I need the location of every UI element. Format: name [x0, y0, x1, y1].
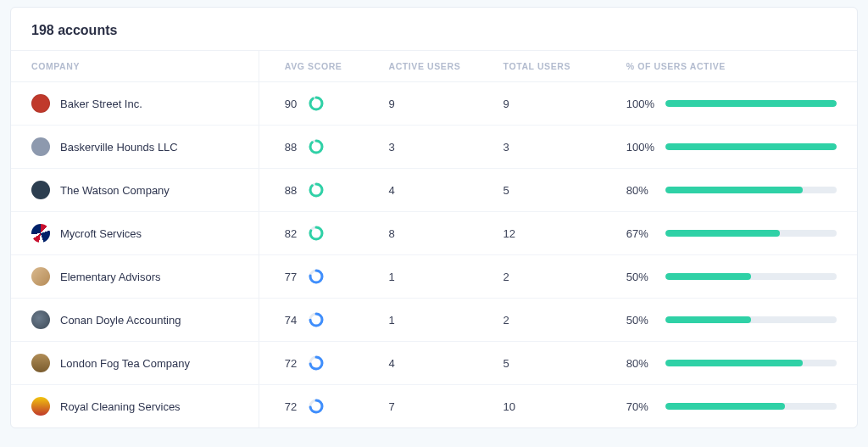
accounts-table: COMPANY AVG SCORE ACTIVE USERS TOTAL USE…	[11, 50, 857, 427]
score-donut-icon	[309, 399, 324, 414]
company-avatar-icon	[31, 310, 50, 329]
pct-bar-fill	[665, 403, 786, 410]
col-header-company[interactable]: COMPANY	[11, 51, 259, 82]
col-header-pct-active[interactable]: % OF USERS ACTIVE	[618, 51, 857, 82]
cell-avg-score: 90	[259, 82, 378, 126]
pct-bar-fill	[665, 230, 781, 237]
cell-company: Conan Doyle Accounting	[11, 299, 259, 342]
table-header-row: COMPANY AVG SCORE ACTIVE USERS TOTAL USE…	[11, 51, 857, 82]
avg-score-value: 72	[285, 400, 300, 413]
cell-pct-active: 50%	[618, 299, 857, 342]
table-row[interactable]: London Fog Tea Company724580%	[11, 342, 857, 385]
table-row[interactable]: The Watson Company884580%	[11, 169, 857, 212]
cell-avg-score: 72	[259, 342, 378, 385]
accounts-card: 198 accounts COMPANY AVG SCORE ACTIVE US…	[10, 7, 858, 428]
cell-pct-active: 80%	[618, 169, 857, 212]
pct-active-label: 80%	[626, 357, 655, 370]
cell-total-users: 5	[498, 169, 618, 212]
avg-score-value: 74	[285, 314, 300, 327]
pct-bar-fill	[665, 143, 837, 150]
pct-bar-track	[665, 316, 837, 323]
avg-score-value: 72	[285, 357, 300, 370]
score-donut-icon	[309, 96, 324, 111]
card-title: 198 accounts	[11, 8, 857, 50]
cell-pct-active: 67%	[618, 212, 857, 255]
company-avatar-icon	[31, 137, 50, 156]
pct-bar-fill	[665, 360, 803, 366]
pct-bar-track	[665, 403, 837, 410]
pct-active-label: 67%	[626, 227, 655, 240]
cell-active-users: 4	[378, 342, 498, 385]
pct-bar-track	[665, 100, 837, 107]
pct-active-label: 80%	[626, 184, 655, 197]
cell-company: Mycroft Services	[11, 212, 259, 255]
table-row[interactable]: Baskerville Hounds LLC8833100%	[11, 126, 857, 169]
cell-avg-score: 88	[259, 126, 378, 169]
cell-company: Elementary Advisors	[11, 255, 259, 299]
cell-pct-active: 100%	[618, 82, 857, 126]
pct-bar-track	[665, 143, 837, 150]
avg-score-value: 82	[285, 227, 300, 240]
cell-avg-score: 72	[259, 385, 378, 428]
company-avatar-icon	[31, 267, 50, 286]
pct-bar-track	[665, 230, 837, 237]
table-row[interactable]: Conan Doyle Accounting741250%	[11, 299, 857, 342]
cell-total-users: 9	[498, 82, 618, 126]
table-row[interactable]: Baker Street Inc.9099100%	[11, 82, 857, 126]
cell-total-users: 2	[498, 299, 618, 342]
company-name: Elementary Advisors	[60, 271, 161, 283]
company-avatar-icon	[31, 181, 50, 199]
score-donut-icon	[309, 269, 324, 284]
cell-avg-score: 77	[259, 255, 378, 299]
table-row[interactable]: Royal Cleaning Services7271070%	[11, 385, 857, 428]
cell-active-users: 7	[378, 385, 498, 428]
table-row[interactable]: Elementary Advisors771250%	[11, 255, 857, 299]
avg-score-value: 77	[285, 271, 300, 283]
pct-active-label: 100%	[626, 98, 655, 110]
score-donut-icon	[309, 226, 324, 241]
cell-total-users: 2	[498, 255, 618, 299]
avg-score-value: 88	[285, 141, 300, 154]
pct-bar-fill	[665, 273, 751, 280]
cell-company: Baker Street Inc.	[11, 82, 259, 126]
cell-total-users: 3	[498, 126, 618, 169]
company-name: Baskerville Hounds LLC	[60, 141, 178, 154]
score-donut-icon	[309, 355, 324, 371]
company-name: Mycroft Services	[60, 227, 142, 240]
pct-active-label: 50%	[626, 314, 655, 327]
cell-active-users: 8	[378, 212, 498, 255]
avg-score-value: 90	[285, 98, 300, 110]
pct-active-label: 70%	[626, 400, 655, 413]
cell-company: London Fog Tea Company	[11, 342, 259, 385]
cell-total-users: 5	[498, 342, 618, 385]
svg-point-1	[310, 98, 322, 109]
company-avatar-icon	[31, 94, 50, 113]
cell-company: The Watson Company	[11, 169, 259, 212]
cell-avg-score: 74	[259, 299, 378, 342]
cell-total-users: 12	[498, 212, 618, 255]
cell-avg-score: 82	[259, 212, 378, 255]
cell-company: Baskerville Hounds LLC	[11, 126, 259, 169]
pct-active-label: 100%	[626, 141, 655, 154]
pct-bar-fill	[665, 187, 803, 193]
pct-bar-fill	[665, 316, 751, 323]
company-avatar-icon	[31, 224, 50, 243]
cell-pct-active: 70%	[618, 385, 857, 428]
cell-pct-active: 50%	[618, 255, 857, 299]
company-name: Royal Cleaning Services	[60, 400, 181, 413]
pct-bar-fill	[665, 100, 837, 107]
company-name: Conan Doyle Accounting	[60, 314, 181, 327]
col-header-total-users[interactable]: TOTAL USERS	[498, 51, 618, 82]
table-row[interactable]: Mycroft Services8281267%	[11, 212, 857, 255]
col-header-avg-score[interactable]: AVG SCORE	[259, 51, 378, 82]
pct-bar-track	[665, 360, 837, 366]
cell-avg-score: 88	[259, 169, 378, 212]
svg-point-3	[310, 141, 322, 153]
pct-bar-track	[665, 187, 837, 193]
cell-active-users: 3	[378, 126, 498, 169]
cell-active-users: 9	[378, 82, 498, 126]
company-name: Baker Street Inc.	[60, 98, 142, 110]
col-header-active-users[interactable]: ACTIVE USERS	[378, 51, 498, 82]
cell-pct-active: 80%	[618, 342, 857, 385]
score-donut-icon	[309, 312, 324, 327]
